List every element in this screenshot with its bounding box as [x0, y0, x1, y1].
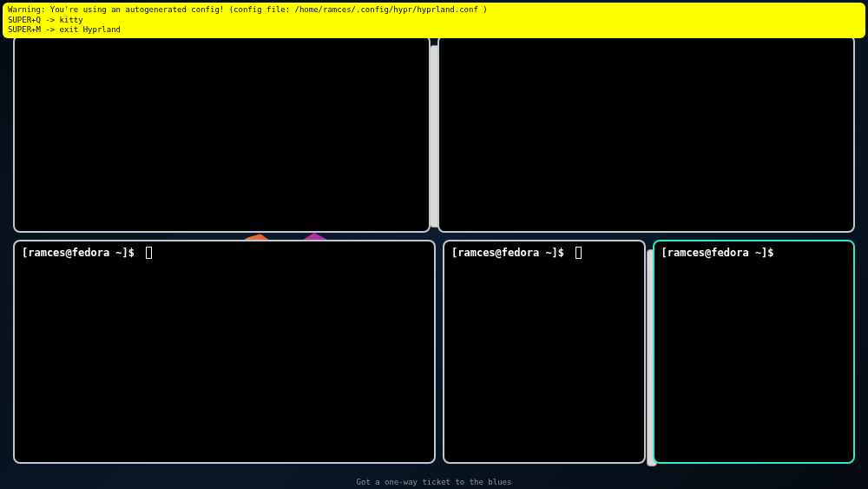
terminal-prompt: [ramces@fedora ~]$ [22, 247, 427, 259]
prompt-text: [ramces@fedora ~]$ [22, 247, 141, 259]
tiling-container: [ramces@fedora ~]$ [ramces@fedora ~]$ [r… [13, 35, 855, 473]
terminal-top-right[interactable] [437, 35, 855, 233]
bottom-row: [ramces@fedora ~]$ [ramces@fedora ~]$ [r… [13, 240, 855, 464]
warning-line-3: SUPER+M -> exit Hyprland [8, 25, 860, 36]
prompt-text: [ramces@fedora ~]$ [661, 247, 780, 259]
top-row [13, 35, 855, 233]
terminal-prompt: [ramces@fedora ~]$ [451, 247, 637, 259]
terminal-bottom-middle[interactable]: [ramces@fedora ~]$ [443, 240, 646, 464]
warning-line-2: SUPER+Q -> kitty [8, 16, 860, 26]
terminal-prompt: [ramces@fedora ~]$ [661, 247, 847, 259]
warning-line-1: Warning: You're using an autogenerated c… [8, 5, 860, 16]
prompt-text: [ramces@fedora ~]$ [451, 247, 570, 259]
footer-text: Got a one-way ticket to the blues [357, 478, 512, 486]
terminal-top-left[interactable] [13, 35, 431, 233]
warning-banner: Warning: You're using an autogenerated c… [3, 3, 865, 38]
cursor-icon [575, 247, 582, 259]
terminal-bottom-left[interactable]: [ramces@fedora ~]$ [13, 240, 436, 464]
cursor-icon [146, 247, 152, 259]
terminal-bottom-right-focused[interactable]: [ramces@fedora ~]$ [653, 240, 856, 464]
